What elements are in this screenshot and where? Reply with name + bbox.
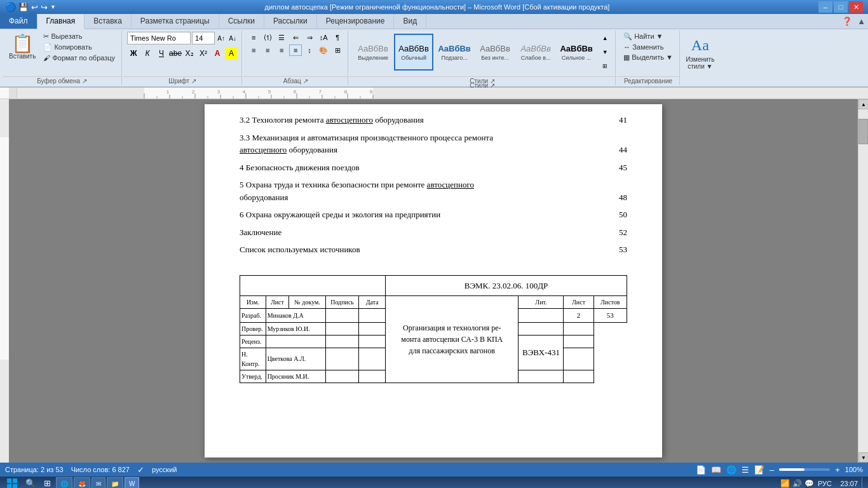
line-spacing-button[interactable]: ↕ [303, 44, 316, 56]
tab-file[interactable]: Файл [0, 14, 37, 29]
superscript-button[interactable]: X² [197, 47, 210, 60]
minimize-button[interactable]: – [818, 1, 832, 13]
replace-button[interactable]: ↔ Заменить [621, 43, 667, 51]
taskbar-firefox[interactable]: 🦊 [74, 477, 90, 488]
find-button[interactable]: 🔍 Найти ▼ [621, 32, 665, 41]
style-highlight[interactable]: AaBбВв Выделение [353, 34, 393, 71]
style-strong[interactable]: AaBбВв Сильное ... [557, 34, 596, 71]
font-group: A↑ A↓ Ж К Ч abe X₂ X² A A Шрифт ↗ [123, 30, 242, 85]
numbering-button[interactable]: ⑴ [261, 32, 274, 43]
svg-text:2: 2 [192, 89, 195, 95]
format-painter-button[interactable]: 🖌 Формат по образцу [41, 53, 118, 62]
font-grow-button[interactable]: A↑ [216, 32, 226, 44]
view-draft-icon[interactable]: 📝 [754, 465, 764, 475]
taskbar-mail[interactable]: ✉ [92, 477, 105, 488]
document-scroll-area[interactable]: 3.2 Технология ремонта автосцепного обор… [9, 99, 858, 463]
tab-references[interactable]: Ссылки [219, 14, 264, 29]
toc-page-5: 50 [608, 208, 627, 221]
change-styles-label[interactable]: Изменитьстили ▼ [686, 56, 714, 70]
font-name-input[interactable] [127, 32, 191, 44]
underline-button[interactable]: Ч [155, 47, 168, 60]
view-reading-icon[interactable]: 📖 [711, 465, 721, 475]
show-formatting-button[interactable]: ¶ [331, 32, 344, 43]
style-heading2[interactable]: AaBбВв Подзаго... [435, 34, 474, 71]
name-razrab: Минаков Д.А [266, 309, 325, 323]
font-shrink-button[interactable]: A↓ [227, 32, 238, 44]
bullets-button[interactable]: ≡ [247, 32, 260, 43]
keyboard-layout[interactable]: РУС [818, 480, 832, 487]
strikethrough-button[interactable]: abe [169, 47, 182, 60]
highlight-button[interactable]: A [225, 47, 238, 60]
notification-icon[interactable]: 💬 [804, 479, 814, 488]
sort-button[interactable]: ↕A [317, 32, 330, 43]
style-normal[interactable]: AaBбВв Обычный [394, 34, 433, 71]
quick-undo[interactable]: ↩ [31, 3, 38, 12]
scroll-up-button[interactable]: ▲ [858, 99, 868, 109]
bold-button[interactable]: Ж [127, 47, 140, 60]
italic-button[interactable]: К [141, 47, 154, 60]
styles-more[interactable]: ⊞ [599, 60, 611, 72]
network-icon[interactable]: 📶 [780, 479, 790, 488]
quick-dropdown[interactable]: ▼ [50, 4, 56, 10]
border-button[interactable]: ⊞ [331, 44, 344, 56]
increase-indent-button[interactable]: ⇒ [303, 32, 316, 43]
cut-button[interactable]: ✂ Вырезать [41, 32, 118, 41]
scroll-down-button[interactable]: ▼ [858, 452, 868, 463]
taskbar-ie[interactable]: 🌐 [56, 477, 72, 488]
zoom-in-button[interactable]: + [835, 465, 840, 475]
help-icon[interactable]: ❓ [839, 14, 855, 29]
tab-mailings[interactable]: Рассылки [264, 14, 317, 29]
taskbar-folder[interactable]: 📁 [107, 477, 123, 488]
zoom-out-button[interactable]: – [770, 465, 774, 475]
styles-scroll-down[interactable]: ▼ [599, 46, 611, 58]
view-web-icon[interactable]: 🌐 [726, 465, 736, 475]
tab-insert[interactable]: Вставка [85, 14, 132, 29]
maximize-button[interactable]: □ [834, 1, 848, 13]
quick-redo[interactable]: ↪ [41, 3, 48, 12]
toc-entry-2: 3.3 Механизация и автоматизация производ… [240, 132, 627, 156]
tab-view[interactable]: Вид [394, 14, 426, 29]
shading-button[interactable]: 🎨 [317, 44, 330, 56]
tab-review[interactable]: Рецензирование [317, 14, 395, 29]
decrease-indent-button[interactable]: ⇐ [289, 32, 302, 43]
align-center-button[interactable]: ≡ [261, 44, 274, 56]
desc-cell: Организация и технология ре-монта автосц… [386, 296, 519, 383]
select-button[interactable]: ▦ Выделить ▼ [621, 53, 675, 62]
align-left-button[interactable]: ≡ [247, 44, 260, 56]
tray-icons: 📶 🔊 💬 [780, 479, 814, 488]
status-bar: Страница: 2 из 53 Число слов: 6 827 ✓ ру… [0, 463, 868, 477]
scroll-thumb[interactable] [858, 119, 868, 144]
font-size-input[interactable] [192, 32, 215, 44]
paragraph-label: Абзац ↗ [243, 76, 348, 85]
volume-icon[interactable]: 🔊 [792, 479, 802, 488]
paste-button[interactable]: 📋 Вставить [6, 34, 38, 61]
start-button[interactable] [3, 477, 22, 488]
zoom-slider[interactable] [779, 468, 830, 471]
style-subtle[interactable]: AaBбВв Слабое в... [516, 34, 555, 71]
view-normal-icon[interactable]: 📄 [696, 465, 706, 475]
multilevel-button[interactable]: ☰ [275, 32, 288, 43]
view-outline-icon[interactable]: ☰ [742, 465, 749, 475]
spell-check-icon[interactable]: ✓ [137, 465, 144, 475]
zoom-level[interactable]: 100% [845, 466, 863, 473]
subscript-button[interactable]: X₂ [183, 47, 196, 60]
styles-scroll-up[interactable]: ▲ [599, 32, 611, 44]
taskview-button[interactable]: ⊞ [39, 477, 55, 488]
justify-button[interactable]: ≡ [289, 44, 302, 56]
right-scrollbar[interactable]: ▲ ▼ [858, 99, 868, 463]
quick-save[interactable]: 💾 [18, 3, 29, 12]
ribbon-minimize-icon[interactable]: ▲ [855, 14, 868, 29]
taskbar-word[interactable]: W [125, 477, 139, 488]
tab-home[interactable]: Главная [37, 14, 85, 29]
scroll-track[interactable] [858, 109, 868, 452]
toc-text-2b: автосцепного оборудования [240, 144, 337, 156]
close-button[interactable]: ✕ [849, 1, 863, 13]
search-button[interactable]: 🔍 [23, 477, 38, 488]
show-desktop-button[interactable] [862, 477, 865, 488]
copy-button[interactable]: 📄 Копировать [41, 43, 118, 52]
language[interactable]: русский [152, 466, 177, 473]
align-right-button[interactable]: ≡ [275, 44, 288, 56]
tab-layout[interactable]: Разметка страницы [132, 14, 219, 29]
font-color-button[interactable]: A [211, 47, 224, 60]
style-no-spacing[interactable]: AaBбВв Без инте... [475, 34, 515, 71]
